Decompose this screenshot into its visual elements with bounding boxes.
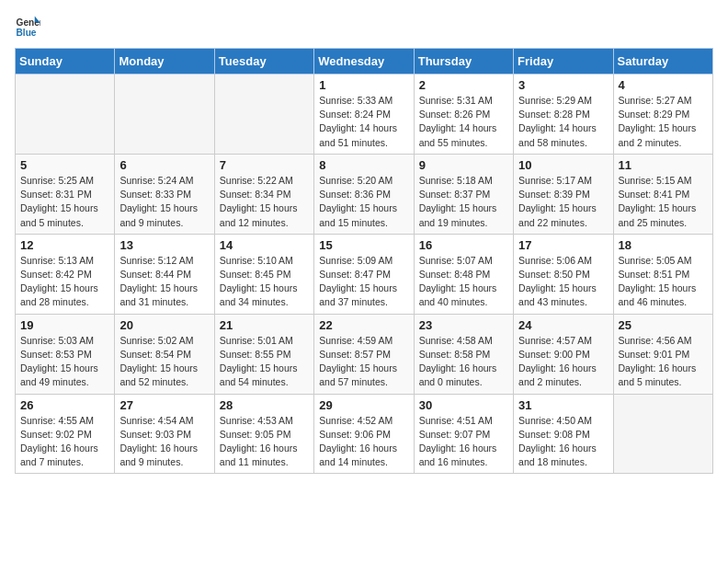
day-number: 28 [220, 398, 309, 412]
day-number: 15 [319, 238, 408, 252]
weekday-header-monday: Monday [115, 49, 214, 75]
weekday-header-thursday: Thursday [414, 49, 513, 75]
calendar-week-1: 1Sunrise: 5:33 AM Sunset: 8:24 PM Daylig… [16, 75, 713, 155]
day-info: Sunrise: 5:03 AM Sunset: 8:53 PM Dayligh… [20, 334, 109, 390]
weekday-header-row: SundayMondayTuesdayWednesdayThursdayFrid… [16, 49, 713, 75]
calendar-week-3: 12Sunrise: 5:13 AM Sunset: 8:42 PM Dayli… [16, 234, 713, 314]
calendar-cell: 26Sunrise: 4:55 AM Sunset: 9:02 PM Dayli… [16, 394, 115, 474]
logo-icon: General Blue [15, 15, 40, 40]
calendar-week-2: 5Sunrise: 5:25 AM Sunset: 8:31 PM Daylig… [16, 154, 713, 234]
calendar-cell: 14Sunrise: 5:10 AM Sunset: 8:45 PM Dayli… [214, 234, 313, 314]
day-number: 8 [319, 158, 408, 172]
day-number: 6 [119, 158, 209, 172]
day-info: Sunrise: 5:10 AM Sunset: 8:45 PM Dayligh… [220, 254, 309, 310]
calendar-cell: 4Sunrise: 5:27 AM Sunset: 8:29 PM Daylig… [613, 75, 712, 155]
day-info: Sunrise: 5:17 AM Sunset: 8:39 PM Dayligh… [518, 174, 608, 230]
page-header: General Blue [15, 15, 713, 40]
day-number: 23 [419, 318, 508, 332]
day-number: 21 [220, 318, 309, 332]
day-number: 24 [518, 318, 608, 332]
calendar-cell: 10Sunrise: 5:17 AM Sunset: 8:39 PM Dayli… [514, 154, 613, 234]
calendar-cell: 24Sunrise: 4:57 AM Sunset: 9:00 PM Dayli… [514, 314, 613, 394]
day-info: Sunrise: 5:20 AM Sunset: 8:36 PM Dayligh… [319, 174, 408, 230]
day-number: 31 [518, 398, 608, 412]
calendar-cell [115, 75, 214, 155]
day-number: 13 [119, 238, 209, 252]
weekday-header-sunday: Sunday [16, 49, 115, 75]
svg-text:Blue: Blue [17, 28, 37, 38]
day-info: Sunrise: 4:56 AM Sunset: 9:01 PM Dayligh… [619, 334, 708, 390]
day-number: 19 [20, 318, 109, 332]
day-info: Sunrise: 5:33 AM Sunset: 8:24 PM Dayligh… [319, 94, 408, 150]
calendar-cell [613, 394, 712, 474]
day-number: 9 [419, 158, 508, 172]
day-info: Sunrise: 5:15 AM Sunset: 8:41 PM Dayligh… [619, 174, 708, 230]
day-info: Sunrise: 5:25 AM Sunset: 8:31 PM Dayligh… [20, 174, 109, 230]
day-info: Sunrise: 5:01 AM Sunset: 8:55 PM Dayligh… [220, 334, 309, 390]
calendar-cell: 9Sunrise: 5:18 AM Sunset: 8:37 PM Daylig… [414, 154, 513, 234]
day-number: 1 [319, 78, 408, 92]
calendar-cell: 8Sunrise: 5:20 AM Sunset: 8:36 PM Daylig… [314, 154, 414, 234]
weekday-header-tuesday: Tuesday [214, 49, 313, 75]
day-number: 18 [619, 238, 708, 252]
day-info: Sunrise: 5:12 AM Sunset: 8:44 PM Dayligh… [119, 254, 209, 310]
day-number: 7 [220, 158, 309, 172]
day-info: Sunrise: 4:51 AM Sunset: 9:07 PM Dayligh… [419, 414, 508, 470]
day-number: 26 [20, 398, 109, 412]
calendar-cell: 31Sunrise: 4:50 AM Sunset: 9:08 PM Dayli… [514, 394, 613, 474]
calendar-cell: 7Sunrise: 5:22 AM Sunset: 8:34 PM Daylig… [214, 154, 313, 234]
day-number: 2 [419, 78, 508, 92]
day-info: Sunrise: 4:53 AM Sunset: 9:05 PM Dayligh… [220, 414, 309, 470]
day-info: Sunrise: 5:09 AM Sunset: 8:47 PM Dayligh… [319, 254, 408, 310]
calendar-cell: 23Sunrise: 4:58 AM Sunset: 8:58 PM Dayli… [414, 314, 513, 394]
calendar-cell: 21Sunrise: 5:01 AM Sunset: 8:55 PM Dayli… [214, 314, 313, 394]
calendar-cell: 25Sunrise: 4:56 AM Sunset: 9:01 PM Dayli… [613, 314, 712, 394]
calendar: SundayMondayTuesdayWednesdayThursdayFrid… [15, 48, 713, 474]
day-number: 10 [518, 158, 608, 172]
day-info: Sunrise: 5:13 AM Sunset: 8:42 PM Dayligh… [20, 254, 109, 310]
calendar-cell: 12Sunrise: 5:13 AM Sunset: 8:42 PM Dayli… [16, 234, 115, 314]
calendar-cell: 28Sunrise: 4:53 AM Sunset: 9:05 PM Dayli… [214, 394, 313, 474]
day-number: 4 [619, 78, 708, 92]
day-info: Sunrise: 4:55 AM Sunset: 9:02 PM Dayligh… [20, 414, 109, 470]
day-info: Sunrise: 5:05 AM Sunset: 8:51 PM Dayligh… [619, 254, 708, 310]
day-info: Sunrise: 5:29 AM Sunset: 8:28 PM Dayligh… [518, 94, 608, 150]
day-number: 16 [419, 238, 508, 252]
calendar-cell: 30Sunrise: 4:51 AM Sunset: 9:07 PM Dayli… [414, 394, 513, 474]
calendar-cell: 16Sunrise: 5:07 AM Sunset: 8:48 PM Dayli… [414, 234, 513, 314]
calendar-cell: 19Sunrise: 5:03 AM Sunset: 8:53 PM Dayli… [16, 314, 115, 394]
day-number: 11 [619, 158, 708, 172]
logo: General Blue [15, 15, 40, 40]
calendar-cell: 6Sunrise: 5:24 AM Sunset: 8:33 PM Daylig… [115, 154, 214, 234]
day-number: 14 [220, 238, 309, 252]
day-number: 12 [20, 238, 109, 252]
calendar-cell: 17Sunrise: 5:06 AM Sunset: 8:50 PM Dayli… [514, 234, 613, 314]
calendar-cell [16, 75, 115, 155]
calendar-cell [214, 75, 313, 155]
day-number: 5 [20, 158, 109, 172]
calendar-week-5: 26Sunrise: 4:55 AM Sunset: 9:02 PM Dayli… [16, 394, 713, 474]
calendar-week-4: 19Sunrise: 5:03 AM Sunset: 8:53 PM Dayli… [16, 314, 713, 394]
calendar-cell: 20Sunrise: 5:02 AM Sunset: 8:54 PM Dayli… [115, 314, 214, 394]
day-info: Sunrise: 4:59 AM Sunset: 8:57 PM Dayligh… [319, 334, 408, 390]
day-info: Sunrise: 5:06 AM Sunset: 8:50 PM Dayligh… [518, 254, 608, 310]
day-number: 29 [319, 398, 408, 412]
day-info: Sunrise: 4:58 AM Sunset: 8:58 PM Dayligh… [419, 334, 508, 390]
day-info: Sunrise: 5:24 AM Sunset: 8:33 PM Dayligh… [119, 174, 209, 230]
day-number: 17 [518, 238, 608, 252]
day-info: Sunrise: 5:07 AM Sunset: 8:48 PM Dayligh… [419, 254, 508, 310]
calendar-cell: 27Sunrise: 4:54 AM Sunset: 9:03 PM Dayli… [115, 394, 214, 474]
day-number: 3 [518, 78, 608, 92]
weekday-header-friday: Friday [514, 49, 613, 75]
day-number: 25 [619, 318, 708, 332]
day-number: 22 [319, 318, 408, 332]
day-info: Sunrise: 5:02 AM Sunset: 8:54 PM Dayligh… [119, 334, 209, 390]
weekday-header-wednesday: Wednesday [314, 49, 414, 75]
day-number: 27 [119, 398, 209, 412]
calendar-cell: 1Sunrise: 5:33 AM Sunset: 8:24 PM Daylig… [314, 75, 414, 155]
calendar-cell: 11Sunrise: 5:15 AM Sunset: 8:41 PM Dayli… [613, 154, 712, 234]
day-info: Sunrise: 5:18 AM Sunset: 8:37 PM Dayligh… [419, 174, 508, 230]
calendar-cell: 13Sunrise: 5:12 AM Sunset: 8:44 PM Dayli… [115, 234, 214, 314]
weekday-header-saturday: Saturday [613, 49, 712, 75]
calendar-cell: 29Sunrise: 4:52 AM Sunset: 9:06 PM Dayli… [314, 394, 414, 474]
